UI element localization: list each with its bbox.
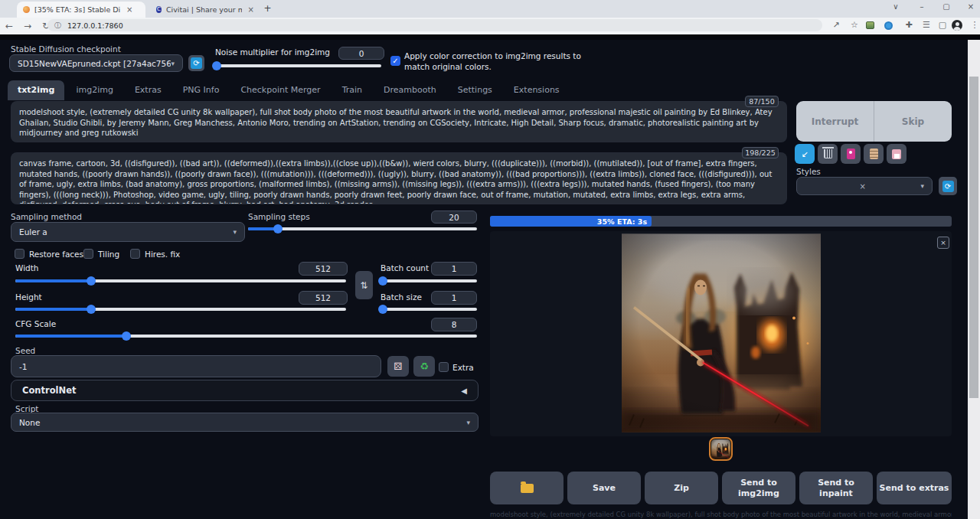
tab-checkpoint-merger[interactable]: Checkpoint Merger bbox=[230, 80, 330, 100]
slider-handle[interactable] bbox=[87, 276, 96, 286]
noise-multiplier-slider[interactable] bbox=[215, 64, 381, 67]
save-style-button[interactable] bbox=[887, 144, 906, 164]
slider-handle[interactable] bbox=[378, 276, 387, 286]
tiling-checkbox[interactable] bbox=[83, 249, 93, 259]
width-value[interactable]: 512 bbox=[299, 262, 348, 276]
tab-extras[interactable]: Extras bbox=[125, 80, 172, 100]
controlnet-accordion[interactable]: ControlNet ◀ bbox=[11, 380, 479, 401]
tiling-label: Tiling bbox=[98, 250, 119, 259]
slider-handle[interactable] bbox=[122, 331, 131, 341]
progress-fill: 35% ETA: 3s bbox=[490, 216, 652, 227]
width-slider[interactable] bbox=[15, 279, 346, 282]
prompt-textarea[interactable]: modelshoot style, (extremely detailed CG… bbox=[11, 101, 787, 142]
clear-styles-icon[interactable]: × bbox=[860, 182, 866, 191]
height-slider[interactable] bbox=[15, 308, 346, 311]
zip-button[interactable]: Zip bbox=[645, 472, 718, 504]
browser-menu-dots-icon[interactable]: ⋮ bbox=[968, 20, 980, 30]
window-maximize-button[interactable]: ▢ bbox=[939, 2, 954, 11]
browser-tab-stable-diffusion[interactable]: [35% ETA: 3s] Stable Diffusion × bbox=[17, 2, 145, 18]
styles-label: Styles bbox=[796, 167, 821, 176]
address-bar[interactable]: ⓘ 127.0.0.1:7860 bbox=[47, 19, 822, 31]
save-button[interactable]: Save bbox=[567, 472, 641, 504]
browser-tab-civitai[interactable]: C Civitai | Share your models × bbox=[150, 2, 262, 18]
bookmark-star-icon[interactable]: ☆ bbox=[848, 20, 861, 30]
sampling-method-dropdown[interactable]: Euler a ▾ bbox=[11, 222, 245, 242]
random-seed-button[interactable]: ⚄ bbox=[387, 356, 409, 377]
tab-txt2img[interactable]: txt2img bbox=[8, 80, 64, 100]
paste-generation-params-button[interactable]: ↙ bbox=[795, 144, 815, 164]
checkpoint-value: SD15NewVAEpruned.ckpt [27a4ac756c] bbox=[18, 59, 171, 68]
window-chevron-icon[interactable]: ∨ bbox=[888, 2, 903, 11]
batch-count-slider[interactable] bbox=[381, 279, 477, 282]
sampling-steps-slider[interactable] bbox=[248, 227, 477, 230]
generated-image[interactable] bbox=[622, 233, 821, 432]
reading-list-icon[interactable]: ☰ bbox=[920, 20, 933, 30]
controlnet-label: ControlNet bbox=[22, 385, 76, 396]
tab-close-icon[interactable]: × bbox=[247, 5, 256, 14]
swap-dimensions-button[interactable]: ⇅ bbox=[355, 271, 373, 299]
chevron-down-icon: ▾ bbox=[466, 419, 470, 426]
skip-button[interactable]: Skip bbox=[874, 101, 952, 142]
batch-count-value[interactable]: 1 bbox=[431, 262, 477, 276]
hires-fix-checkbox[interactable] bbox=[130, 249, 140, 259]
slider-handle[interactable] bbox=[378, 305, 387, 314]
close-preview-icon[interactable]: × bbox=[937, 237, 949, 249]
cfg-scale-slider[interactable] bbox=[15, 335, 477, 338]
refresh-checkpoint-button[interactable]: ⟳ bbox=[188, 55, 204, 71]
extension-blue-icon[interactable] bbox=[884, 21, 893, 30]
send-to-extras-button[interactable]: Send to extras bbox=[877, 472, 952, 504]
window-minimize-button[interactable]: – bbox=[914, 2, 929, 11]
height-value[interactable]: 512 bbox=[299, 291, 348, 305]
noise-multiplier-value[interactable]: 0 bbox=[338, 47, 384, 60]
negative-prompt-textarea[interactable]: canvas frame, cartoon, 3d, ((disfigured)… bbox=[11, 152, 787, 204]
side-panel-icon[interactable]: ▢ bbox=[936, 20, 949, 30]
slider-handle[interactable] bbox=[273, 224, 283, 233]
reuse-seed-button[interactable]: ♻ bbox=[413, 356, 435, 377]
send-to-img2img-button[interactable]: Send to img2img bbox=[722, 472, 795, 504]
tab-close-icon[interactable]: × bbox=[125, 5, 134, 14]
page-scrollbar[interactable] bbox=[968, 40, 980, 519]
script-dropdown[interactable]: None ▾ bbox=[11, 413, 479, 432]
scrollbar-thumb[interactable] bbox=[969, 77, 978, 398]
window-close-button[interactable]: × bbox=[963, 2, 978, 11]
tab-train[interactable]: Train bbox=[332, 80, 372, 100]
tab-img2img[interactable]: img2img bbox=[66, 80, 123, 100]
open-output-folder-button[interactable] bbox=[490, 472, 564, 504]
forward-icon[interactable]: → bbox=[18, 21, 37, 31]
interrupt-button[interactable]: Interrupt bbox=[796, 101, 874, 142]
tab-extensions[interactable]: Extensions bbox=[504, 80, 570, 100]
checkpoint-dropdown[interactable]: SD15NewVAEpruned.ckpt [27a4ac756c] ▾ bbox=[9, 54, 183, 72]
share-icon[interactable]: ↗ bbox=[829, 20, 843, 30]
civitai-favicon: C bbox=[156, 6, 162, 13]
gallery-thumbnail-selected[interactable] bbox=[709, 437, 733, 461]
apply-style-button[interactable] bbox=[864, 144, 884, 164]
cfg-scale-value[interactable]: 8 bbox=[431, 318, 477, 331]
batch-size-slider[interactable] bbox=[381, 308, 477, 311]
clear-prompt-button[interactable] bbox=[818, 144, 838, 164]
refresh-styles-button[interactable]: ⟳ bbox=[939, 177, 957, 195]
back-icon[interactable]: ← bbox=[0, 21, 18, 31]
refresh-icon: ⟳ bbox=[191, 57, 202, 69]
batch-size-value[interactable]: 1 bbox=[431, 291, 477, 305]
seed-label: Seed bbox=[15, 346, 35, 355]
tab-dreambooth[interactable]: Dreambooth bbox=[374, 80, 446, 100]
color-correction-checkbox[interactable]: ✓ bbox=[390, 56, 400, 66]
sampling-steps-value[interactable]: 20 bbox=[431, 211, 477, 224]
slider-handle[interactable] bbox=[212, 61, 221, 70]
extra-seed-checkbox[interactable] bbox=[439, 362, 449, 372]
site-info-icon[interactable]: ⓘ bbox=[54, 21, 61, 31]
new-tab-button[interactable]: + bbox=[262, 3, 273, 15]
tab-settings[interactable]: Settings bbox=[448, 80, 502, 100]
noise-multiplier-label: Noise multiplier for img2img bbox=[215, 47, 330, 57]
tab-png-info[interactable]: PNG Info bbox=[173, 80, 230, 100]
styles-dropdown[interactable]: × ▾ bbox=[796, 177, 933, 195]
generate-button-group: Interrupt Skip bbox=[796, 101, 952, 142]
profile-avatar[interactable] bbox=[952, 20, 962, 31]
extensions-puzzle-icon[interactable]: ✚ bbox=[902, 20, 916, 30]
extra-networks-button[interactable] bbox=[841, 144, 861, 164]
extension-capture-icon[interactable] bbox=[866, 21, 874, 29]
seed-input[interactable]: -1 bbox=[11, 355, 381, 377]
slider-handle[interactable] bbox=[87, 305, 96, 314]
restore-faces-checkbox[interactable] bbox=[15, 249, 24, 259]
send-to-inpaint-button[interactable]: Send to inpaint bbox=[799, 472, 873, 504]
